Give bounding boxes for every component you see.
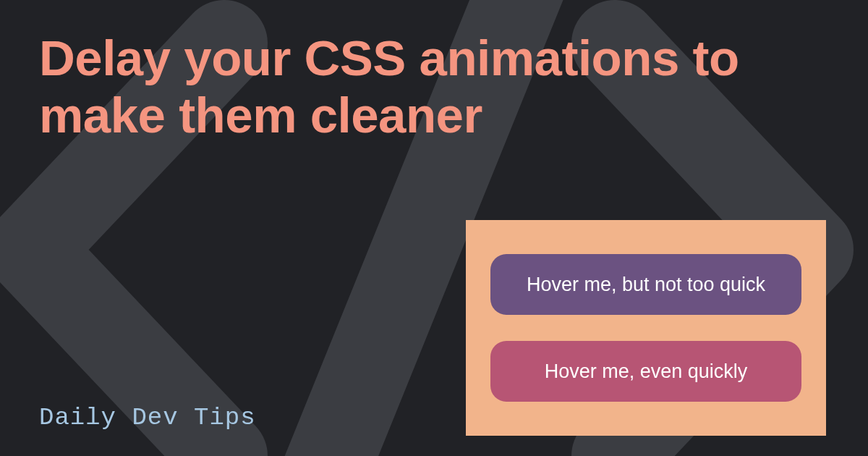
- article-title: Delay your CSS animations to make them c…: [39, 30, 825, 144]
- hover-slow-label: Hover me, but not too quick: [527, 274, 765, 296]
- hover-quick-label: Hover me, even quickly: [545, 360, 748, 383]
- hover-slow-button[interactable]: Hover me, but not too quick: [490, 254, 801, 315]
- site-brand: Daily Dev Tips: [39, 404, 256, 431]
- hover-quick-button[interactable]: Hover me, even quickly: [490, 341, 801, 402]
- demo-preview-card: Hover me, but not too quick Hover me, ev…: [466, 220, 826, 436]
